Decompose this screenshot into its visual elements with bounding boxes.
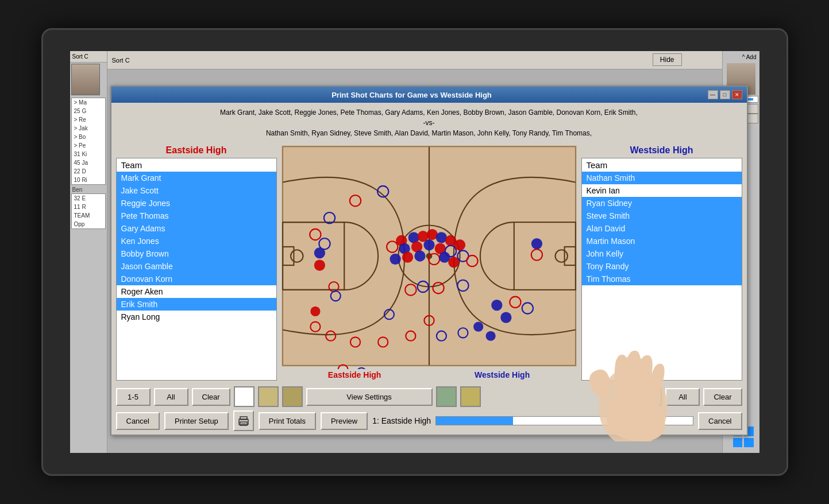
print-totals-button[interactable]: Print Totals <box>259 412 316 430</box>
printer-svg <box>237 415 250 427</box>
westside-player-kevin-ian[interactable]: Kevin Ian <box>582 184 742 197</box>
status-text: 1: Eastside High <box>372 416 431 425</box>
printer-setup-button[interactable]: Printer Setup <box>164 412 229 430</box>
view-settings-button[interactable]: View Settings <box>306 388 433 406</box>
eastside-player-reggie-jones[interactable]: Reggie Jones <box>117 197 276 210</box>
preview-button[interactable]: Preview <box>321 412 368 430</box>
progress-bar <box>435 416 693 425</box>
westside-player-steve-smith[interactable]: Steve Smith <box>582 210 742 222</box>
eastside-player-bobby-brown[interactable]: Bobby Brown <box>117 247 276 260</box>
court-eastside-label: Eastside High <box>328 370 381 379</box>
sort-label: Sort C <box>112 57 130 64</box>
controls-row2: Cancel Printer Setup Print Totals <box>116 410 742 431</box>
color-swatch-green[interactable] <box>436 386 457 407</box>
left-sidebar: Sort C > Ma 25 G > Re > Jak > Bo > Pe 31… <box>70 51 107 453</box>
sidebar-list-item: > Ma <box>72 98 105 107</box>
color-swatch-tan[interactable] <box>258 386 279 407</box>
dialog-title: Print Shot Charts for Game vs Westside H… <box>116 91 708 99</box>
maximize-button[interactable]: □ <box>720 90 730 99</box>
eastside-panel: Eastside High Team Mark Grant Jake Scott… <box>116 143 277 381</box>
sidebar-list-item: Opp <box>72 220 105 228</box>
bottom-controls: 1-5 All Clear View Settings <box>111 383 747 435</box>
header-area: Mark Grant, Jake Scott, Reggie Jones, Pe… <box>111 103 747 141</box>
cancel-button[interactable]: Cancel <box>116 412 160 430</box>
svg-point-43 <box>402 252 412 263</box>
westside-player-alan-david[interactable]: Alan David <box>582 222 742 235</box>
eastside-title: Eastside High <box>116 143 277 158</box>
svg-point-63 <box>491 300 502 311</box>
left-all-button[interactable]: All <box>154 388 188 406</box>
hide-button[interactable]: Hide <box>653 53 682 66</box>
eastside-team-row[interactable]: Team <box>117 158 276 172</box>
color-swatch-gold[interactable] <box>460 386 481 407</box>
minimize-button[interactable]: — <box>708 90 718 99</box>
westside-team-row[interactable]: Team <box>582 158 742 172</box>
svg-point-61 <box>531 238 542 249</box>
controls-row1: 1-5 All Clear View Settings <box>116 386 742 407</box>
print-icon-button[interactable] <box>233 410 254 431</box>
westside-player-list[interactable]: Team Nathan Smith Kevin Ian Ryan Sidney … <box>581 158 742 381</box>
right-clear-button[interactable]: Clear <box>703 388 742 406</box>
svg-point-42 <box>390 254 400 265</box>
center-panel: Eastside High Westside High <box>277 143 581 381</box>
westside-title: Westside High <box>581 143 742 158</box>
eastside-player-roger-aken[interactable]: Roger Aken <box>117 285 276 298</box>
sidebar-list-item: 10 Ri <box>72 176 105 184</box>
sidebar-list-item: > Jak <box>72 124 105 133</box>
left-1-5-button[interactable]: 1-5 <box>116 388 151 406</box>
eastside-player-donovan-korn[interactable]: Donovan Korn <box>117 273 276 285</box>
svg-point-24 <box>485 331 495 341</box>
device-frame: Sort C > Ma 25 G > Re > Jak > Bo > Pe 31… <box>41 28 788 476</box>
svg-point-68 <box>356 368 366 369</box>
sidebar-list-item: 22 D <box>72 167 105 176</box>
svg-point-44 <box>414 250 425 261</box>
sidebar-list-item: 25 G <box>72 107 105 115</box>
eastside-player-jake-scott[interactable]: Jake Scott <box>117 184 276 197</box>
westside-player-tony-randy[interactable]: Tony Randy <box>582 260 742 273</box>
eastside-player-ryan-long[interactable]: Ryan Long <box>117 311 276 323</box>
sidebar-list-item: TEAM <box>72 211 105 220</box>
eastside-player-mark-grant[interactable]: Mark Grant <box>117 172 276 184</box>
sidebar-list-item: 32 E <box>72 194 105 203</box>
vs-text: -vs- <box>118 118 740 128</box>
svg-point-13 <box>310 307 320 316</box>
sidebar-list-item: > Pe <box>72 141 105 150</box>
dialog-content: Mark Grant, Jake Scott, Reggie Jones, Pe… <box>111 103 747 435</box>
main-body: Eastside High Team Mark Grant Jake Scott… <box>111 141 747 383</box>
eastside-player-erik-smith[interactable]: Erik Smith <box>117 298 276 311</box>
right-1-5-button[interactable]: 1-5 <box>627 388 662 406</box>
color-swatch-white[interactable] <box>234 386 255 407</box>
eastside-player-list[interactable]: Team Mark Grant Jake Scott Reggie Jones … <box>116 158 277 381</box>
eastside-player-ken-jones[interactable]: Ken Jones <box>117 235 276 247</box>
eastside-players-header: Mark Grant, Jake Scott, Reggie Jones, Pe… <box>118 107 740 118</box>
court-westside-label: Westside High <box>475 370 530 379</box>
left-clear-button[interactable]: Clear <box>192 388 230 406</box>
svg-point-64 <box>500 312 511 323</box>
westside-player-tim-thomas[interactable]: Tim Thomas <box>582 273 742 285</box>
eastside-player-gary-adams[interactable]: Gary Adams <box>117 222 276 235</box>
cancel2-button[interactable]: Cancel <box>698 412 742 430</box>
court-svg <box>282 143 577 369</box>
svg-point-41 <box>454 239 465 250</box>
sort-label: Sort C <box>70 51 107 63</box>
westside-panel: Westside High Team Nathan Smith Kevin Ia… <box>581 143 742 381</box>
right-all-button[interactable]: All <box>665 388 700 406</box>
progress-fill <box>436 417 513 425</box>
svg-rect-70 <box>240 417 247 420</box>
westside-player-john-kelly[interactable]: John Kelly <box>582 247 742 260</box>
add-label: ^ Add <box>724 52 758 62</box>
eastside-player-pete-thomas[interactable]: Pete Thomas <box>117 210 276 222</box>
westside-player-nathan-smith[interactable]: Nathan Smith <box>582 172 742 184</box>
titlebar-controls[interactable]: — □ ✕ <box>708 90 742 99</box>
color-swatch-brown[interactable] <box>282 386 303 407</box>
sidebar-list-item: > Re <box>72 115 105 124</box>
close-button[interactable]: ✕ <box>732 90 742 99</box>
westside-player-martin-mason[interactable]: Martin Mason <box>582 235 742 247</box>
avatar <box>71 64 100 95</box>
bench-label: Ben <box>71 186 106 193</box>
eastside-player-jason-gamble[interactable]: Jason Gamble <box>117 260 276 273</box>
screen: Sort C > Ma 25 G > Re > Jak > Bo > Pe 31… <box>70 51 759 453</box>
westside-player-ryan-sidney[interactable]: Ryan Sidney <box>582 197 742 210</box>
westside-players-header: Nathan Smith, Ryan Sidney, Steve Smith, … <box>118 128 740 138</box>
sidebar-list-item: 11 R <box>72 203 105 211</box>
